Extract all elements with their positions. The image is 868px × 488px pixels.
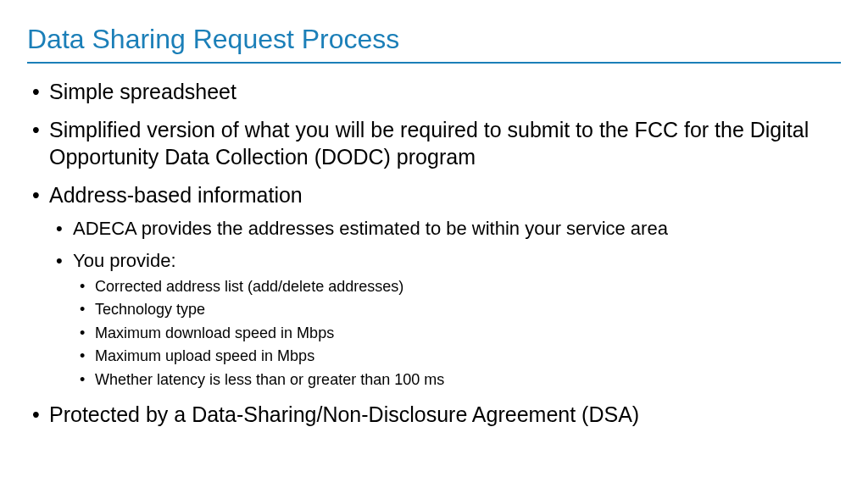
bullet-list-level3: Corrected address list (add/delete addre…: [73, 277, 841, 390]
bullet-text: Address-based information: [49, 183, 303, 207]
slide-title: Data Sharing Request Process: [27, 24, 841, 64]
bullet-item: Technology type: [73, 300, 841, 319]
bullet-item: Simple spreadsheet: [27, 79, 841, 105]
bullet-item: Maximum upload speed in Mbps: [73, 347, 841, 366]
bullet-item: Corrected address list (add/delete addre…: [73, 277, 841, 297]
bullet-text: You provide:: [73, 250, 176, 271]
bullet-item: Protected by a Data-Sharing/Non-Disclosu…: [27, 402, 841, 428]
bullet-item: Maximum download speed in Mbps: [73, 324, 841, 343]
bullet-item: Simplified version of what you will be r…: [27, 117, 841, 170]
bullet-item: ADECA provides the addresses estimated t…: [49, 217, 841, 241]
bullet-item: Address-based information ADECA provides…: [27, 182, 841, 390]
bullet-list-level1: Simple spreadsheet Simplified version of…: [27, 79, 841, 428]
bullet-list-level2: ADECA provides the addresses estimated t…: [49, 217, 841, 390]
bullet-item: Whether latency is less than or greater …: [73, 370, 841, 390]
bullet-item: You provide: Corrected address list (add…: [49, 249, 841, 390]
